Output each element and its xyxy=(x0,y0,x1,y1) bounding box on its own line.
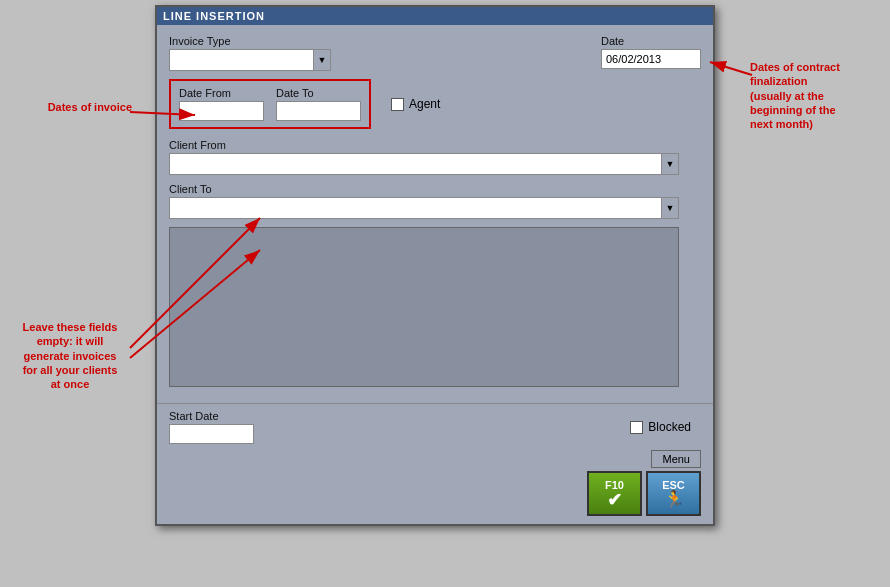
annotation-leave-fields: Leave these fields empty: it will genera… xyxy=(0,320,140,391)
top-row: Invoice Type AUTOMATIC ▼ Date 06/02/2013 xyxy=(169,35,701,71)
agent-label: Agent xyxy=(409,97,440,111)
blocked-label: Blocked xyxy=(648,420,691,434)
client-to-dropdown-arrow[interactable]: ▼ xyxy=(661,197,679,219)
bottom-row: Start Date 00/00/0000 Blocked xyxy=(169,410,701,444)
start-date-label: Start Date xyxy=(169,410,254,422)
annotation-dates-of-invoice: Dates of invoice xyxy=(2,100,132,114)
start-date-group: Start Date 00/00/0000 xyxy=(169,410,254,444)
bottom-section: Start Date 00/00/0000 Blocked Menu F10 ✔… xyxy=(157,403,713,524)
agent-group: Agent xyxy=(391,97,440,111)
dialog-content: Invoice Type AUTOMATIC ▼ Date 06/02/2013… xyxy=(157,25,713,403)
client-to-select-wrapper: ▼ xyxy=(169,197,679,219)
date-to-label: Date To xyxy=(276,87,361,99)
invoice-type-label: Invoice Type xyxy=(169,35,331,47)
agent-checkbox[interactable] xyxy=(391,98,404,111)
line-insertion-dialog: LINE INSERTION Invoice Type AUTOMATIC ▼ … xyxy=(155,5,715,526)
date-range-box: Date From 01/02/2013 Date To 28/02/2013 xyxy=(169,79,371,129)
date-from-input[interactable]: 01/02/2013 xyxy=(179,101,264,121)
f10-button[interactable]: F10 ✔ xyxy=(587,471,642,516)
invoice-type-input[interactable]: AUTOMATIC xyxy=(169,49,331,71)
invoice-type-select-wrapper: AUTOMATIC ▼ xyxy=(169,49,331,71)
date-from-section: Date From 01/02/2013 xyxy=(179,87,264,121)
action-buttons: F10 ✔ ESC 🏃 xyxy=(587,471,701,516)
client-to-row: Client To ▼ xyxy=(169,183,701,219)
dialog-title: LINE INSERTION xyxy=(157,7,713,25)
run-icon: 🏃 xyxy=(663,491,685,509)
esc-label: ESC xyxy=(662,479,685,491)
svg-line-4 xyxy=(710,62,752,75)
blocked-group: Blocked xyxy=(630,420,691,434)
checkmark-icon: ✔ xyxy=(607,491,622,509)
annotation-dates-of-contract: Dates of contract finalization (usually … xyxy=(750,60,890,131)
esc-button[interactable]: ESC 🏃 xyxy=(646,471,701,516)
blocked-checkbox[interactable] xyxy=(630,421,643,434)
dates-agent-row: Date From 01/02/2013 Date To 28/02/2013 … xyxy=(169,79,701,129)
client-from-row: Client From ▼ xyxy=(169,139,701,175)
client-from-dropdown-arrow[interactable]: ▼ xyxy=(661,153,679,175)
date-to-input[interactable]: 28/02/2013 xyxy=(276,101,361,121)
client-from-select-wrapper: ▼ xyxy=(169,153,679,175)
invoice-type-dropdown-arrow[interactable]: ▼ xyxy=(313,49,331,71)
client-from-label: Client From xyxy=(169,139,701,151)
date-label: Date xyxy=(601,35,624,47)
date-group: Date 06/02/2013 xyxy=(601,35,701,69)
client-to-input[interactable] xyxy=(169,197,679,219)
start-date-input[interactable]: 00/00/0000 xyxy=(169,424,254,444)
menu-buttons: Menu F10 ✔ ESC 🏃 xyxy=(169,450,701,516)
client-to-label: Client To xyxy=(169,183,701,195)
date-to-section: Date To 28/02/2013 xyxy=(276,87,361,121)
menu-button[interactable]: Menu xyxy=(651,450,701,468)
date-from-label: Date From xyxy=(179,87,264,99)
invoice-type-group: Invoice Type AUTOMATIC ▼ xyxy=(169,35,331,71)
client-from-input[interactable] xyxy=(169,153,679,175)
date-display: 06/02/2013 xyxy=(601,49,701,69)
empty-area xyxy=(169,227,679,387)
f10-label: F10 xyxy=(605,479,624,491)
